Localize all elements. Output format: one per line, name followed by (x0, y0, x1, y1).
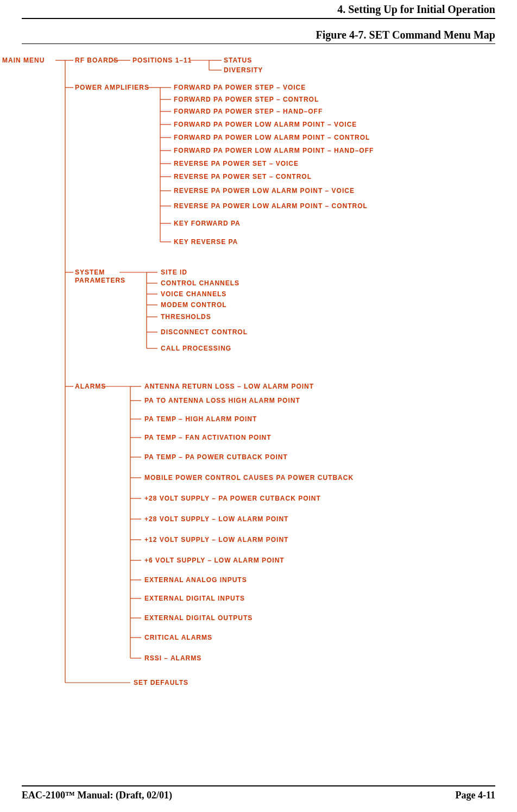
set-defaults-label: SET DEFAULTS (134, 679, 188, 686)
pa-0: FORWARD PA POWER STEP – VOICE (174, 84, 306, 91)
al-12: EXTERNAL DIGITAL OUTPUTS (144, 614, 253, 622)
rf-child-0: STATUS (224, 57, 252, 64)
page-footer: EAC-2100™ Manual: (Draft, 02/01) Page 4-… (22, 785, 495, 801)
rf-child-1: DIVERSITY (224, 66, 263, 74)
sys-label-1: SYSTEM (75, 268, 105, 276)
al-14: RSSI – ALARMS (144, 654, 201, 662)
rf-boards-label: RF BOARDS (75, 57, 118, 64)
pa-4: FORWARD PA POWER LOW ALARM POINT – CONTR… (174, 134, 370, 141)
pa-2: FORWARD PA POWER STEP – HAND–OFF (174, 108, 323, 115)
sys-6: CALL PROCESSING (161, 345, 231, 352)
figure-title: Figure 4-7. SET Command Menu Map (22, 19, 495, 44)
pa-1: FORWARD PA POWER STEP – CONTROL (174, 96, 319, 103)
al-10: EXTERNAL ANALOG INPUTS (144, 576, 247, 584)
sys-4: THRESHOLDS (161, 313, 211, 321)
al-3: PA TEMP – FAN ACTIVATION POINT (144, 434, 272, 441)
sys-5: DISCONNECT CONTROL (161, 328, 248, 336)
page-header: 4. Setting Up for Initial Operation (22, 0, 495, 19)
sys-1: CONTROL CHANNELS (161, 279, 239, 287)
al-2: PA TEMP – HIGH ALARM POINT (144, 415, 257, 423)
root-label: MAIN MENU (2, 57, 45, 64)
al-0: ANTENNA RETURN LOSS – LOW ALARM POINT (144, 383, 314, 390)
menu-map-diagram: MAIN MENU RF BOARDS POSITIONS 1–11 STATU… (22, 55, 495, 696)
sys-0: SITE ID (161, 268, 187, 276)
footer-right: Page 4-11 (456, 790, 496, 801)
pa-5: FORWARD PA POWER LOW ALARM POINT – HAND–… (174, 147, 374, 154)
pa-6: REVERSE PA POWER SET – VOICE (174, 160, 299, 167)
al-6: +28 VOLT SUPPLY – PA POWER CUTBACK POINT (144, 495, 321, 502)
pa-3: FORWARD PA POWER LOW ALARM POINT – VOICE (174, 121, 357, 128)
pa-7: REVERSE PA POWER SET – CONTROL (174, 173, 312, 180)
al-4: PA TEMP – PA POWER CUTBACK POINT (144, 453, 288, 461)
sys-3: MODEM CONTROL (161, 301, 227, 309)
al-8: +12 VOLT SUPPLY – LOW ALARM POINT (144, 536, 288, 544)
al-11: EXTERNAL DIGITAL INPUTS (144, 595, 245, 602)
pa-9: REVERSE PA POWER LOW ALARM POINT – CONTR… (174, 202, 368, 210)
pa-10: KEY FORWARD PA (174, 220, 241, 227)
sys-label-2: PARAMETERS (75, 277, 125, 284)
al-7: +28 VOLT SUPPLY – LOW ALARM POINT (144, 515, 288, 523)
pa-11: KEY REVERSE PA (174, 238, 238, 246)
al-1: PA TO ANTENNA LOSS HIGH ALARM POINT (144, 397, 300, 404)
al-13: CRITICAL ALARMS (144, 634, 212, 641)
footer-left: EAC-2100™ Manual: (Draft, 02/01) (22, 790, 172, 801)
alarms-label: ALARMS (75, 383, 106, 390)
al-9: +6 VOLT SUPPLY – LOW ALARM POINT (144, 557, 285, 564)
sys-2: VOICE CHANNELS (161, 290, 226, 298)
positions-label: POSITIONS 1–11 (133, 57, 192, 64)
pa-label: POWER AMPLIFIERS (75, 84, 149, 91)
pa-8: REVERSE PA POWER LOW ALARM POINT – VOICE (174, 187, 355, 195)
al-5: MOBILE POWER CONTROL CAUSES PA POWER CUT… (144, 474, 354, 482)
